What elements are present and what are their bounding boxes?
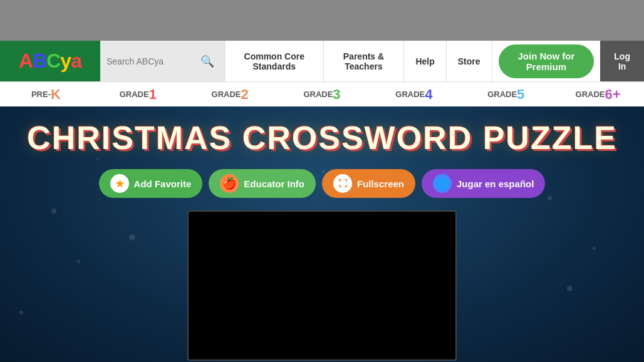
grade-6[interactable]: GRADE 6+: [552, 82, 644, 106]
search-input[interactable]: [106, 56, 200, 66]
grade-bar: PRE- K GRADE 1 GRADE 2 GRADE 3 GRADE 4 G…: [0, 81, 644, 106]
grade-4[interactable]: GRADE 4: [368, 82, 460, 106]
fullscreen-button[interactable]: ⛶ Fullscreen: [322, 169, 415, 198]
logo-text: ABCya: [19, 49, 81, 73]
apple-icon: 🍎: [220, 174, 239, 193]
nav-store[interactable]: Store: [447, 41, 492, 81]
search-button[interactable]: 🔍: [200, 54, 214, 68]
spanish-button[interactable]: 🌐 Jugar en español: [422, 169, 545, 198]
main-content: CHRISTMAS CROSSWORD PUZZLE ★ Add Favorit…: [0, 106, 644, 361]
star-icon: ★: [110, 174, 129, 193]
nav-links: Common Core Standards Parents & Teachers…: [226, 41, 644, 81]
grade-3[interactable]: GRADE 3: [276, 82, 368, 106]
grade-pre-k[interactable]: PRE- K: [0, 82, 92, 106]
nav-parents-teachers[interactable]: Parents & Teachers: [324, 41, 405, 81]
ad-bar: [0, 0, 644, 41]
grade-5[interactable]: GRADE 5: [460, 82, 552, 106]
page-title: CHRISTMAS CROSSWORD PUZZLE: [27, 119, 617, 157]
nav-join[interactable]: Join Now for Premium: [499, 44, 595, 78]
game-area[interactable]: [187, 210, 457, 361]
logo[interactable]: ABCya: [0, 41, 100, 81]
fullscreen-icon: ⛶: [333, 174, 352, 193]
grade-1[interactable]: GRADE 1: [92, 82, 184, 106]
action-buttons: ★ Add Favorite 🍎 Educator Info ⛶ Fullscr…: [99, 169, 546, 198]
search-area: 🔍: [100, 41, 226, 81]
grade-2[interactable]: GRADE 2: [184, 82, 276, 106]
nav-common-core[interactable]: Common Core Standards: [226, 41, 324, 81]
globe-icon: 🌐: [433, 174, 452, 193]
nav-bar: ABCya 🔍 Common Core Standards Parents & …: [0, 41, 644, 81]
nav-help[interactable]: Help: [404, 41, 446, 81]
add-favorite-button[interactable]: ★ Add Favorite: [99, 169, 203, 198]
educator-info-button[interactable]: 🍎 Educator Info: [209, 169, 316, 198]
nav-login[interactable]: Log In: [600, 41, 644, 81]
